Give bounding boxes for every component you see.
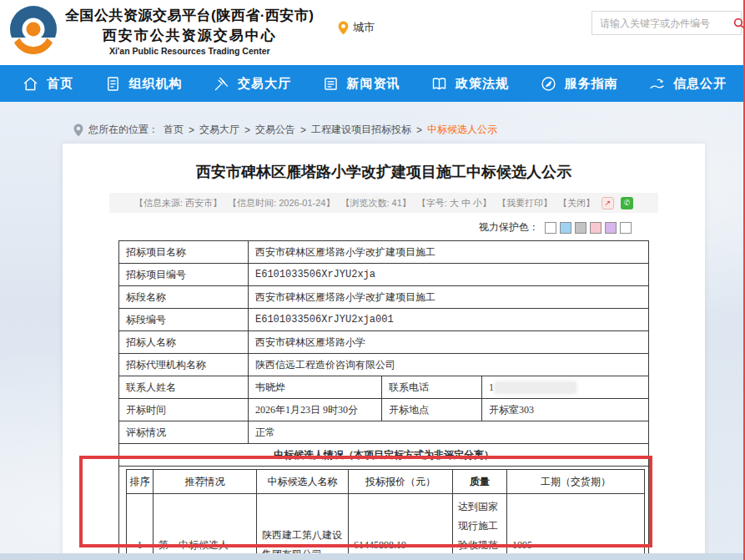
candidate-quality: 达到国家现行施工验收规范“合格”标准 [452,494,506,560]
nav-item-home[interactable]: 首页 [22,75,73,93]
nav-item-news[interactable]: 新闻资讯 [322,75,400,93]
col-header-recommendation: 推荐情况 [153,470,256,494]
nav-item-trading-hall[interactable]: 交易大厅 [213,75,291,93]
candidate-duration: 1095 [506,494,644,560]
article-meta-bar: 【信息来源: 西安市】 【信息时间: 2026-01-24】 【浏览次数: 41… [109,193,658,213]
gavel-icon [213,75,230,93]
breadcrumb-link-announcements[interactable]: 交易公告 [255,123,295,137]
field-label: 标段编号 [118,309,248,331]
table-row: 招标代理机构名称 陕西信远工程造价咨询有限公司 [118,354,648,376]
nav-label: 交易大厅 [238,76,291,92]
wechat-share-icon[interactable]: ✆ [621,197,633,209]
meta-font-size[interactable]: 【字号: 大 中 小】 [417,197,491,209]
breadcrumb: 您所在的位置： 首页 > 交易大厅 > 交易公告 > 工程建设项目招标投标 > … [73,123,497,137]
meta-print-button[interactable]: 【我要打印】 [497,197,552,209]
eye-color-swatch[interactable] [560,222,571,234]
contact-name-value: 韦晓烨 [248,376,381,399]
table-row: 标段名称 西安市碑林区雁塔路小学改扩建项目施工 [118,286,648,309]
breadcrumb-link-home[interactable]: 首页 [164,123,184,137]
site-title-block: 全国公共资源交易平台(陕西省·西安市) 西安市公共资源交易中心 Xi'an Pu… [65,6,314,56]
field-label: 评标情况 [118,421,248,444]
candidate-bid-price: 61445898.19 [348,494,452,560]
candidate-name: 陕西建工第八建设集团有限公司 [256,494,348,560]
breadcrumb-separator: > [300,124,306,136]
eye-protect-row: 视力保护色： [63,220,705,235]
bid-open-time-value: 2026年1月23日 9时30分 [248,399,381,421]
table-row: 开标时间 2026年1月23日 9时30分 开标地点 开标室303 [118,399,648,421]
field-value: 西安市碑林区雁塔路小学 [248,331,648,354]
field-value: E6101033506XrJYU2xja [248,264,648,286]
field-label: 招标人名称 [118,331,248,354]
contact-phone-value: 1 [481,376,648,399]
breadcrumb-separator: > [244,124,250,136]
col-header-rank: 排序 [126,470,153,494]
page: 全国公共资源交易平台(陕西省·西安市) 西安市公共资源交易中心 Xi'an Pu… [0,0,745,560]
meta-time: 【信息时间: 2026-01-24】 [228,197,335,209]
nav-label: 首页 [47,76,73,92]
site-title-en: Xi'an Public Resources Trading Center [65,46,314,56]
eye-color-swatch[interactable] [590,222,602,234]
site-search [591,11,742,35]
breadcrumb-prefix: 您所在的位置： [88,123,159,137]
eye-color-swatch[interactable] [545,222,556,234]
section-header-row: 中标候选人情况（本项目定标方式为非评定分离） [118,444,648,467]
city-selector[interactable]: 城市 [338,20,375,35]
bid-open-place-value: 开标室303 [481,399,648,421]
nav-label: 服务指南 [565,76,618,92]
table-row: 招标人名称 西安市碑林区雁塔路小学 [118,331,648,354]
home-icon [22,75,39,93]
candidate-rank: 1 [126,494,153,560]
article-title: 西安市碑林区雁塔路小学改扩建项目施工中标候选人公示 [63,162,705,182]
nav-item-organization[interactable]: 组织机构 [104,75,183,93]
location-pin-icon [338,21,349,35]
meta-close-button[interactable]: 【关闭】 [558,197,595,209]
breadcrumb-current[interactable]: 中标候选人公示 [427,123,497,137]
hand-share-icon [648,75,666,93]
candidates-table: 排序 推荐情况 中标候选人名称 投标报价（元） 质量 工期（交货期） 1 第一中… [126,469,645,560]
book-icon [430,75,448,93]
field-label: 联系电话 [381,376,481,399]
redacted-phone-block [496,382,576,393]
weibo-share-icon[interactable]: ↗ [602,197,614,209]
nav-label: 新闻资讯 [347,76,400,92]
candidate-recommendation: 第一中标候选人 [153,494,256,560]
field-label: 招标代理机构名称 [118,354,248,376]
field-value: 西安市碑林区雁塔路小学改扩建项目施工 [248,241,648,264]
site-logo-icon [7,5,60,58]
field-label: 开标时间 [118,399,248,421]
field-label: 招标项目编号 [118,264,248,286]
table-row: 联系人姓名 韦晓烨 联系电话 1 [118,376,648,399]
site-title-sub: 西安市公共资源交易中心 [65,26,314,45]
meta-views: 【浏览次数: 41】 [340,197,410,209]
bottom-cutoff-band [0,553,745,560]
field-label: 标段名称 [118,286,248,309]
breadcrumb-separator: > [189,124,194,136]
nav-item-policy[interactable]: 政策法规 [430,75,509,93]
news-icon [322,75,340,93]
field-value: 陕西信远工程造价咨询有限公司 [248,354,648,376]
content-panel: 西安市碑林区雁塔路小学改扩建项目施工中标候选人公示 【信息来源: 西安市】 【信… [63,144,705,560]
field-label: 招标项目名称 [118,241,248,264]
nav-item-info-disclosure[interactable]: 信息公开 [648,75,727,93]
eye-protect-label: 视力保护色： [479,220,539,235]
location-pin-gray-icon [73,124,83,137]
col-header-quality: 质量 [452,470,506,494]
eye-color-swatch[interactable] [620,222,632,234]
breadcrumb-link-construction-bidding[interactable]: 工程建设项目招标投标 [311,123,411,137]
announcement-table: 招标项目名称 西安市碑林区雁塔路小学改扩建项目施工 招标项目编号 E610103… [118,240,649,560]
site-title-main: 全国公共资源交易平台(陕西省·西安市) [65,6,314,25]
city-label: 城市 [353,20,375,35]
candidates-section-title: 中标候选人情况（本项目定标方式为非评定分离） [118,444,648,467]
table-row: 评标情况 正常 [118,421,648,444]
eye-color-swatch[interactable] [575,222,586,234]
field-label: 开标地点 [381,399,481,421]
candidates-header-row: 排序 推荐情况 中标候选人名称 投标报价（元） 质量 工期（交货期） [126,470,644,494]
main-nav: 首页 组织机构 交易大厅 新闻资讯 政策法规 服务指南 信息公开 [0,65,745,102]
search-input[interactable] [592,18,732,29]
col-header-duration: 工期（交货期） [506,470,644,494]
candidates-table-row: 排序 推荐情况 中标候选人名称 投标报价（元） 质量 工期（交货期） 1 第一中… [118,467,648,560]
nav-item-service-guide[interactable]: 服务指南 [540,75,618,93]
phone-prefix: 1 [489,381,494,393]
breadcrumb-link-trading-hall[interactable]: 交易大厅 [199,123,239,137]
eye-color-swatch[interactable] [605,222,617,234]
